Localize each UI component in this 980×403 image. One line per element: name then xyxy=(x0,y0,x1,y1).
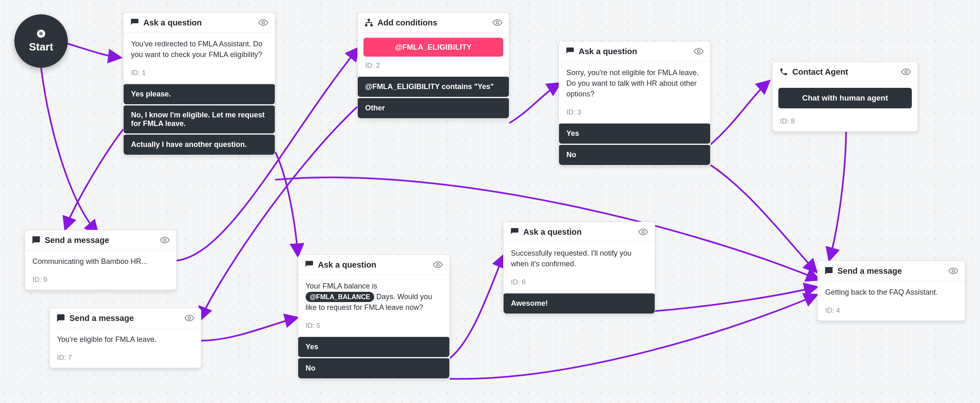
node-body: Communicating with Bamboo HR... xyxy=(25,250,176,272)
visibility-icon[interactable] xyxy=(433,260,443,270)
node-title: Ask a question xyxy=(143,18,202,27)
svg-point-10 xyxy=(905,71,907,73)
visibility-icon[interactable] xyxy=(258,18,268,27)
visibility-icon[interactable] xyxy=(184,313,194,323)
node-id: ID: 8 xyxy=(773,114,918,131)
node-body: Your FMLA balance is @FMLA_BALANCE Days.… xyxy=(298,275,449,318)
message-icon xyxy=(32,236,41,245)
question-icon xyxy=(305,260,314,269)
option-another-question[interactable]: Actually I have another question. xyxy=(124,133,275,155)
node-ask-question-6[interactable]: Ask a question Successfully requested. I… xyxy=(503,222,655,314)
node-id: ID: 6 xyxy=(504,275,655,292)
node-ask-question-1[interactable]: Ask a question You've redirected to FMLA… xyxy=(123,12,275,155)
svg-rect-1 xyxy=(39,32,40,35)
node-id: ID: 5 xyxy=(298,318,449,336)
variable-pill: @FMLA_BALANCE xyxy=(306,292,374,302)
svg-point-13 xyxy=(437,263,439,266)
option-no[interactable]: No xyxy=(559,144,710,165)
node-add-conditions[interactable]: Add conditions @FMLA_ELIGIBILITY ID: 2 @… xyxy=(357,12,509,119)
svg-rect-5 xyxy=(368,19,370,21)
start-label: Start xyxy=(29,41,53,53)
conditions-icon xyxy=(364,18,373,27)
node-ask-question-5[interactable]: Ask a question Your FMLA balance is @FML… xyxy=(298,254,450,379)
option-awesome[interactable]: Awesome! xyxy=(504,292,655,314)
node-title: Ask a question xyxy=(579,47,637,56)
question-icon xyxy=(510,227,519,236)
svg-point-15 xyxy=(952,270,955,272)
node-id: ID: 3 xyxy=(559,105,710,122)
svg-rect-7 xyxy=(370,24,373,26)
node-title: Add conditions xyxy=(377,18,437,27)
node-title: Ask a question xyxy=(318,260,376,270)
option-yes[interactable]: Yes xyxy=(559,122,710,144)
visibility-icon[interactable] xyxy=(492,18,502,27)
svg-rect-6 xyxy=(365,24,368,26)
svg-point-14 xyxy=(642,231,644,233)
visibility-icon[interactable] xyxy=(160,235,170,245)
node-body: You're eligible for FMLA leave. xyxy=(50,328,201,350)
svg-point-8 xyxy=(496,21,499,24)
node-title: Send a message xyxy=(837,266,902,276)
node-id: ID: 2 xyxy=(358,58,509,76)
start-icon xyxy=(37,29,46,38)
option-no-eligible[interactable]: No, I know I'm eligible. Let me request … xyxy=(124,104,275,133)
svg-point-12 xyxy=(188,317,191,319)
condition-variable-pill[interactable]: @FMLA_ELIGIBILITY xyxy=(363,38,503,57)
node-id: ID: 7 xyxy=(50,350,201,368)
svg-rect-2 xyxy=(41,32,41,35)
node-body: You've redirected to FMLA Assistant. Do … xyxy=(124,33,275,66)
svg-point-4 xyxy=(262,21,265,24)
node-id: ID: 9 xyxy=(25,272,176,290)
node-send-message-7[interactable]: Send a message You're eligible for FMLA … xyxy=(49,308,201,368)
node-title: Contact Agent xyxy=(792,67,848,77)
svg-rect-3 xyxy=(42,32,43,35)
node-title: Send a message xyxy=(45,236,109,245)
svg-point-11 xyxy=(163,239,166,241)
message-icon xyxy=(56,314,65,323)
node-send-message-4[interactable]: Send a message Getting back to the FAQ A… xyxy=(817,261,965,321)
question-icon xyxy=(566,47,575,56)
node-id: ID: 4 xyxy=(818,303,965,321)
node-body: Sorry, you're not eligible for FMLA leav… xyxy=(559,62,710,105)
option-contains-yes[interactable]: @FMLA_ELIGIBILITY contains "Yes" xyxy=(358,76,509,97)
option-yes-please[interactable]: Yes please. xyxy=(124,83,275,104)
start-node[interactable]: Start xyxy=(14,14,68,68)
node-send-message-9[interactable]: Send a message Communicating with Bamboo… xyxy=(25,230,177,290)
svg-point-9 xyxy=(697,50,700,53)
node-body: Successfully requested. I'll notify you … xyxy=(504,242,655,275)
chat-human-agent-button[interactable]: Chat with human agent xyxy=(778,88,912,108)
node-ask-question-3[interactable]: Ask a question Sorry, you're not eligibl… xyxy=(559,41,711,165)
node-id: ID: 1 xyxy=(124,66,275,83)
node-title: Ask a question xyxy=(523,227,582,237)
visibility-icon[interactable] xyxy=(638,227,648,237)
node-body: Getting back to the FAQ Assistant. xyxy=(818,281,965,303)
option-no[interactable]: No xyxy=(298,357,449,378)
node-title: Send a message xyxy=(69,314,134,323)
agent-icon xyxy=(779,67,788,76)
option-yes[interactable]: Yes xyxy=(298,336,449,357)
visibility-icon[interactable] xyxy=(901,67,911,77)
option-other[interactable]: Other xyxy=(358,97,509,118)
visibility-icon[interactable] xyxy=(694,46,704,56)
question-icon xyxy=(130,18,139,27)
node-contact-agent[interactable]: Contact Agent Chat with human agent ID: … xyxy=(772,62,918,132)
message-icon xyxy=(824,266,833,275)
visibility-icon[interactable] xyxy=(948,266,958,276)
